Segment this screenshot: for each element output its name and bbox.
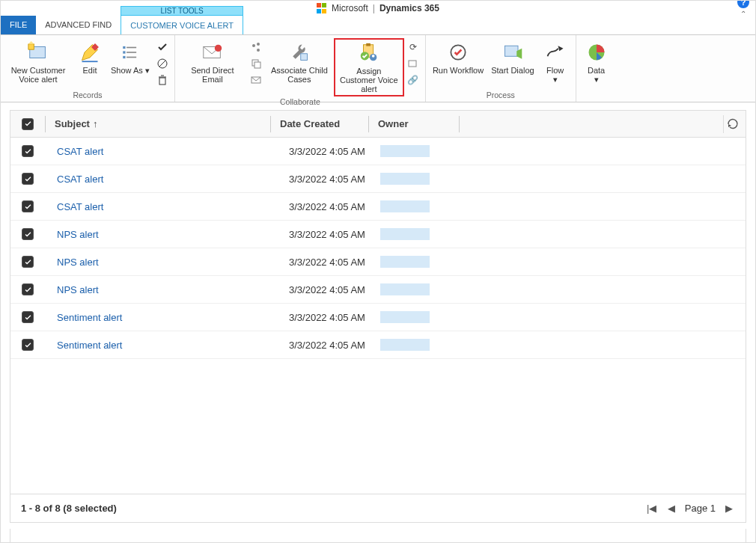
email-icon	[201, 40, 225, 64]
row-checkbox[interactable]	[22, 283, 34, 295]
row-checkbox[interactable]	[22, 311, 34, 323]
svg-marker-2	[28, 41, 34, 44]
workflow-icon	[446, 40, 470, 64]
pager-prev-button[interactable]: ◀	[665, 503, 677, 514]
table-row[interactable]: Sentiment alert3/3/2022 4:05 AM	[10, 304, 746, 331]
table-row[interactable]: CSAT alert3/3/2022 4:05 AM	[10, 138, 746, 165]
ribbon-group-data: Data▾	[576, 35, 617, 102]
pager: |◀ ◀ Page 1 ▶	[646, 503, 735, 514]
bottom-panel	[10, 529, 746, 543]
link-icon[interactable]: 🔗	[406, 73, 421, 88]
tab-customer-voice-alert[interactable]: CUSTOMER VOICE ALERT	[121, 15, 243, 34]
collaborate-mini-buttons-2: ⟳ 🔗	[404, 38, 422, 89]
row-subject-link[interactable]: NPS alert	[57, 257, 99, 268]
svg-point-30	[372, 55, 375, 58]
pie-chart-icon	[585, 40, 609, 64]
tab-strip: FILE ADVANCED FIND LIST TOOLS CUSTOMER V…	[1, 16, 755, 35]
row-subject-link[interactable]: CSAT alert	[57, 146, 103, 157]
wrench-icon	[287, 40, 311, 64]
associate-child-cases-button[interactable]: Associate Child Cases	[265, 38, 334, 86]
svg-rect-11	[126, 57, 136, 58]
dialog-icon	[501, 40, 525, 64]
collapse-ribbon-icon[interactable]: ⌃	[740, 10, 746, 18]
grid-status-text: 1 - 8 of 8 (8 selected)	[21, 503, 117, 514]
copy-link-icon[interactable]	[249, 56, 263, 71]
refresh-small-icon[interactable]: ⟳	[406, 40, 421, 55]
svg-marker-37	[728, 124, 731, 127]
row-owner-redacted	[380, 228, 430, 240]
flow-icon	[543, 40, 567, 64]
svg-rect-27	[366, 43, 371, 46]
row-date: 3/3/2022 4:05 AM	[269, 174, 367, 185]
activate-icon[interactable]	[155, 40, 170, 55]
row-checkbox[interactable]	[22, 200, 34, 212]
row-checkbox[interactable]	[22, 173, 34, 185]
row-checkbox[interactable]	[22, 339, 34, 351]
row-date: 3/3/2022 4:05 AM	[269, 146, 367, 157]
data-button[interactable]: Data▾	[579, 38, 614, 86]
table-row[interactable]: NPS alert3/3/2022 4:05 AM	[10, 248, 746, 276]
row-checkbox[interactable]	[22, 145, 34, 157]
svg-rect-7	[126, 47, 136, 49]
start-dialog-button[interactable]: Start Dialog	[487, 38, 537, 77]
microsoft-logo-icon	[317, 3, 327, 13]
brand-ms: Microsoft	[332, 3, 368, 13]
row-checkbox[interactable]	[22, 256, 34, 268]
queue-icon[interactable]	[406, 56, 421, 71]
row-date: 3/3/2022 4:05 AM	[269, 284, 367, 295]
ribbon-group-label: Process	[429, 90, 573, 101]
row-subject-link[interactable]: CSAT alert	[57, 174, 103, 185]
send-direct-email-button[interactable]: Send Direct Email	[178, 38, 247, 86]
flow-button[interactable]: Flow▾	[538, 38, 573, 86]
svg-rect-31	[409, 61, 416, 67]
row-subject-link[interactable]: CSAT alert	[57, 201, 103, 212]
new-record-icon	[26, 40, 50, 64]
pager-first-button[interactable]: |◀	[646, 503, 658, 514]
chevron-down-icon: ▾	[594, 75, 599, 84]
row-checkbox[interactable]	[22, 228, 34, 240]
delete-icon[interactable]	[155, 73, 170, 88]
help-icon[interactable]: ?	[737, 0, 749, 8]
edit-button[interactable]: Edit	[73, 38, 107, 77]
brand-separator: |	[373, 3, 375, 13]
ribbon-group-label: Records	[4, 90, 171, 101]
table-row[interactable]: CSAT alert3/3/2022 4:05 AM	[10, 193, 746, 221]
tab-context-group-label: LIST TOOLS	[121, 6, 243, 15]
tab-file[interactable]: FILE	[1, 15, 36, 34]
run-workflow-button[interactable]: Run Workflow	[429, 38, 487, 77]
deactivate-icon[interactable]	[155, 56, 170, 71]
row-owner-redacted	[380, 283, 430, 295]
row-subject-link[interactable]: NPS alert	[57, 229, 99, 240]
table-row[interactable]: NPS alert3/3/2022 4:05 AM	[10, 276, 746, 304]
grid-body: CSAT alert3/3/2022 4:05 AMCSAT alert3/3/…	[10, 138, 746, 494]
new-customer-voice-alert-button[interactable]: New Customer Voice alert	[4, 38, 73, 86]
select-all-checkbox[interactable]	[22, 118, 34, 130]
assign-customer-voice-alert-button[interactable]: Assign Customer Voice alert	[334, 38, 404, 96]
grid-footer: 1 - 8 of 8 (8 selected) |◀ ◀ Page 1 ▶	[10, 494, 746, 522]
row-subject-link[interactable]: Sentiment alert	[57, 340, 122, 351]
column-header-subject[interactable]: Subject ↑	[46, 118, 270, 129]
svg-point-21	[257, 49, 260, 52]
row-date: 3/3/2022 4:05 AM	[269, 229, 367, 240]
svg-rect-23	[254, 62, 260, 68]
show-as-button[interactable]: Show As ▾	[107, 38, 153, 77]
row-owner-redacted	[380, 311, 430, 323]
brand-product: Dynamics 365	[379, 3, 439, 13]
tab-advanced-find[interactable]: ADVANCED FIND	[36, 15, 121, 34]
pager-next-button[interactable]: ▶	[723, 503, 735, 514]
column-header-date[interactable]: Date Created	[271, 118, 368, 129]
email-link-icon[interactable]	[249, 73, 263, 88]
svg-rect-9	[126, 52, 136, 53]
records-mini-buttons	[153, 38, 171, 89]
row-subject-link[interactable]: Sentiment alert	[57, 312, 122, 323]
column-header-owner[interactable]: Owner	[369, 118, 459, 129]
refresh-icon	[727, 118, 739, 130]
refresh-grid-button[interactable]	[723, 115, 741, 133]
table-row[interactable]: Sentiment alert3/3/2022 4:05 AM	[10, 331, 746, 359]
svg-line-13	[159, 61, 165, 67]
row-subject-link[interactable]: NPS alert	[57, 284, 99, 295]
table-row[interactable]: NPS alert3/3/2022 4:05 AM	[10, 221, 746, 248]
svg-marker-1	[28, 44, 34, 50]
share-icon[interactable]	[249, 40, 263, 55]
table-row[interactable]: CSAT alert3/3/2022 4:05 AM	[10, 165, 746, 193]
